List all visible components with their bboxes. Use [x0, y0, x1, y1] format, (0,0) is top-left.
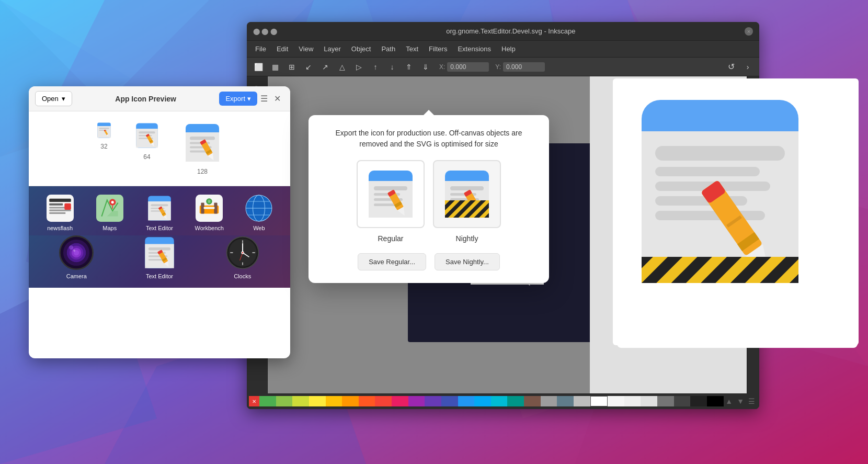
open-dropdown-icon: ▾ — [62, 95, 65, 103]
preview-menu-button[interactable]: ☰ — [257, 90, 271, 107]
toolbar-btn-1[interactable]: ⬜ — [251, 60, 266, 74]
maps-label: Maps — [102, 225, 117, 231]
app-web[interactable]: Web — [236, 195, 282, 231]
color-green[interactable] — [259, 396, 276, 406]
save-nightly-button[interactable]: Save Nightly... — [435, 253, 500, 270]
toolbar-btn-3[interactable]: ⊞ — [284, 60, 299, 74]
export-buttons: Save Regular... Save Nightly... — [321, 253, 536, 270]
color-lightblue[interactable] — [474, 396, 491, 406]
color-brown[interactable] — [524, 396, 541, 406]
preview-export-button[interactable]: Export ▾ — [219, 92, 257, 106]
color-lightgreen[interactable] — [276, 396, 293, 406]
app-newsflash[interactable]: newsflash — [37, 195, 83, 231]
inkscape-close-button[interactable]: × — [745, 27, 753, 36]
preview-close-button[interactable]: ✕ — [271, 90, 284, 107]
toolbar-btn-9[interactable]: ↓ — [385, 60, 399, 74]
color-verydarkgrey[interactable] — [690, 396, 707, 406]
menu-layer[interactable]: Layer — [319, 43, 345, 55]
menu-file[interactable]: File — [251, 43, 270, 55]
export-option-nightly: Nightly — [433, 160, 501, 243]
toolbar-btn-8[interactable]: ↑ — [368, 60, 383, 74]
menu-extensions[interactable]: Extensions — [453, 43, 495, 55]
color-grey[interactable] — [541, 396, 557, 406]
menu-filters[interactable]: Filters — [425, 43, 451, 55]
color-swatch-x[interactable]: ✕ — [249, 396, 259, 406]
color-black[interactable] — [707, 396, 724, 406]
color-bluegrey[interactable] — [557, 396, 574, 406]
size-preview-32: 32 — [96, 122, 112, 175]
toolbar-btn-6[interactable]: △ — [335, 60, 349, 74]
color-almostwhite[interactable] — [624, 396, 641, 406]
color-blue[interactable] — [458, 396, 475, 406]
svg-rect-113 — [149, 259, 163, 261]
toolbar-btn-4[interactable]: ↙ — [301, 60, 316, 74]
menu-help[interactable]: Help — [497, 43, 520, 55]
menu-text[interactable]: Text — [402, 43, 422, 55]
color-pink[interactable] — [392, 396, 408, 406]
color-midgrey[interactable] — [657, 396, 674, 406]
newsflash-label: newsflash — [47, 225, 73, 231]
svg-rect-136 — [374, 203, 396, 206]
menu-path[interactable]: Path — [377, 43, 399, 55]
color-amber[interactable] — [326, 396, 342, 406]
color-white[interactable] — [590, 396, 608, 406]
regular-icon-preview — [364, 168, 417, 220]
preview-open-button[interactable]: Open ▾ — [35, 91, 72, 106]
menu-edit[interactable]: Edit — [272, 43, 292, 55]
color-orange[interactable] — [342, 396, 359, 406]
color-red[interactable] — [375, 396, 392, 406]
app-grid-top: newsflash Maps — [29, 186, 290, 235]
color-indigo[interactable] — [441, 396, 458, 406]
color-offwhite[interactable] — [608, 396, 624, 406]
export-popup: Export the icon for production use. Off-… — [309, 115, 549, 283]
svg-rect-71 — [49, 212, 65, 214]
app-camera[interactable]: Camera — [37, 235, 116, 279]
app-clocks[interactable]: Clocks — [203, 235, 282, 279]
color-purple[interactable] — [408, 396, 425, 406]
color-deeppurple[interactable] — [425, 396, 441, 406]
color-darkgrey[interactable] — [674, 396, 691, 406]
toolbar-btn-7[interactable]: ▷ — [351, 60, 366, 74]
app-workbench[interactable]: Workbench — [187, 195, 232, 231]
web-icon-svg — [245, 195, 272, 222]
color-deeporange[interactable] — [359, 396, 375, 406]
color-verylightgrey[interactable] — [641, 396, 657, 406]
color-teal[interactable] — [507, 396, 524, 406]
color-yellow[interactable] — [309, 396, 326, 406]
toolbar-undo[interactable]: ↺ — [724, 60, 738, 74]
toolbar-chevron[interactable]: › — [740, 60, 755, 74]
app-text-editor-2[interactable]: Text Editor — [120, 235, 199, 279]
clocks-label: Clocks — [234, 273, 251, 279]
toolbar-btn-2[interactable]: ▦ — [268, 60, 282, 74]
newsflash-icon-svg — [47, 195, 74, 222]
coord-x-input[interactable] — [447, 62, 489, 72]
icon-32px — [96, 122, 112, 139]
color-lightgrey[interactable] — [574, 396, 590, 406]
popup-arrow — [424, 110, 434, 115]
svg-point-107 — [69, 245, 73, 250]
toolbar-btn-5[interactable]: ↗ — [318, 60, 333, 74]
app-text-editor-1[interactable]: Text Editor — [136, 195, 182, 231]
preview-sizes-section: 32 64 — [29, 111, 290, 186]
inkscape-toolbar: ⬜ ▦ ⊞ ↙ ↗ △ ▷ ↑ ↓ ⇑ ⇓ X: Y: ↺ › — [247, 58, 759, 76]
nightly-icon-container — [433, 160, 501, 228]
svg-point-105 — [73, 250, 75, 252]
toolbar-btn-10[interactable]: ⇑ — [402, 60, 416, 74]
save-regular-button[interactable]: Save Regular... — [358, 253, 426, 270]
menu-view[interactable]: View — [294, 43, 317, 55]
inkscape-titlebar: ⬤ ⬤ ⬤ org.gnome.TextEditor.Devel.svg - I… — [247, 22, 759, 41]
svg-rect-89 — [204, 207, 215, 209]
svg-point-75 — [111, 201, 113, 203]
color-cyan[interactable] — [491, 396, 508, 406]
color-lime[interactable] — [292, 396, 309, 406]
app-maps[interactable]: Maps — [87, 195, 132, 231]
palette-scroll-down[interactable]: ▼ — [735, 397, 746, 405]
palette-scroll-up[interactable]: ▲ — [723, 397, 735, 405]
menu-object[interactable]: Object — [347, 43, 375, 55]
svg-rect-49 — [139, 131, 155, 133]
toolbar-btn-11[interactable]: ⇓ — [418, 60, 433, 74]
palette-menu[interactable]: ☰ — [746, 397, 757, 405]
preview-titlebar: Open ▾ App Icon Preview Export ▾ ☰ ✕ — [29, 86, 290, 111]
coord-y-input[interactable] — [503, 62, 545, 72]
size-preview-64: 64 — [133, 122, 161, 175]
